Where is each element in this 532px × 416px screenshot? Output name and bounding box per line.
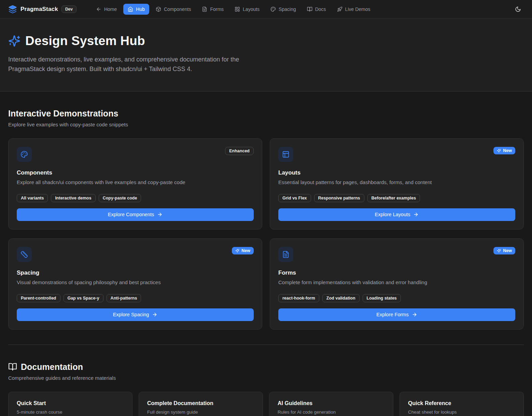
nav-item-spacing[interactable]: Spacing bbox=[266, 4, 300, 15]
nav-item-label: Hub bbox=[136, 6, 145, 12]
box-icon bbox=[156, 6, 161, 12]
brand[interactable]: PragmaStack Dev bbox=[8, 5, 76, 14]
hero-section: Design System Hub Interactive demonstrat… bbox=[0, 19, 532, 92]
tag: Loading states bbox=[363, 294, 401, 302]
explore-components-button[interactable]: Explore Components bbox=[17, 208, 254, 221]
doc-card-ai-guidelines[interactable]: AI Guidelines Rules for AI code generati… bbox=[269, 392, 393, 416]
nav-item-label: Spacing bbox=[279, 6, 296, 12]
nav-item-layouts[interactable]: Layouts bbox=[230, 4, 264, 15]
arrow-right-icon bbox=[413, 212, 419, 217]
tag: Parent-controlled bbox=[17, 294, 60, 302]
badge-label: New bbox=[503, 148, 512, 153]
card-description: Complete form implementations with valid… bbox=[278, 279, 515, 285]
doc-card-subtitle: Rules for AI code generation bbox=[278, 410, 385, 415]
demo-card-grid: Enhanced Components Explore all shadcn/u… bbox=[8, 138, 524, 330]
ruler-icon bbox=[17, 247, 32, 262]
enhanced-badge: Enhanced bbox=[225, 147, 254, 155]
nav-item-label: Forms bbox=[210, 6, 224, 12]
demo-card-layouts[interactable]: New Layouts Essential layout patterns fo… bbox=[270, 138, 524, 230]
tag: Before/after examples bbox=[367, 194, 420, 202]
nav-item-label: Live Demos bbox=[345, 6, 370, 12]
demos-section-subtitle: Explore live examples with copy-paste co… bbox=[8, 122, 524, 127]
doc-card-grid: Quick Start 5-minute crash course Comple… bbox=[8, 392, 524, 416]
nav-item-hub[interactable]: Hub bbox=[123, 4, 149, 15]
nav-items: Home Hub Components Forms Layouts bbox=[92, 4, 375, 15]
doc-card-title: Complete Documentation bbox=[147, 400, 254, 406]
new-badge: New bbox=[493, 247, 515, 254]
card-description: Essential layout patterns for pages, das… bbox=[278, 179, 515, 185]
brand-name: PragmaStack bbox=[20, 6, 58, 13]
docs-heading-label: Documentation bbox=[21, 362, 83, 372]
card-title: Layouts bbox=[278, 169, 515, 176]
nav-item-live-demos[interactable]: Live Demos bbox=[333, 4, 375, 15]
button-label: Explore Forms bbox=[376, 312, 408, 317]
layers-logo-icon bbox=[8, 5, 17, 14]
new-badge: New bbox=[232, 247, 254, 254]
demo-card-components[interactable]: Enhanced Components Explore all shadcn/u… bbox=[8, 138, 262, 230]
docs-section-title: Documentation bbox=[8, 362, 524, 372]
badge-label: New bbox=[503, 248, 512, 253]
sparkles-icon bbox=[497, 149, 501, 153]
tag: Gap vs Space-y bbox=[64, 294, 103, 302]
tag: Interactive demos bbox=[51, 194, 95, 202]
tag: Zod validation bbox=[322, 294, 360, 302]
tag: Copy-paste code bbox=[99, 194, 141, 202]
demo-card-forms[interactable]: New Forms Complete form implementations … bbox=[270, 238, 524, 330]
tag: Responsive patterns bbox=[314, 194, 364, 202]
card-description: Explore all shadcn/ui components with li… bbox=[17, 179, 254, 185]
explore-layouts-button[interactable]: Explore Layouts bbox=[278, 208, 515, 221]
new-badge: New bbox=[493, 147, 515, 154]
sparkles-icon bbox=[8, 35, 20, 47]
explore-spacing-button[interactable]: Explore Spacing bbox=[17, 308, 254, 321]
file-text-icon bbox=[278, 247, 293, 262]
arrow-right-icon bbox=[412, 312, 417, 317]
doc-card-subtitle: Full design system guide bbox=[147, 410, 254, 415]
nav-item-label: Layouts bbox=[243, 6, 260, 12]
tag: Anti-patterns bbox=[107, 294, 141, 302]
page-title: Design System Hub bbox=[25, 34, 145, 48]
file-text-icon bbox=[202, 6, 207, 12]
main-content: Interactive Demonstrations Explore live … bbox=[0, 109, 532, 416]
nav-item-forms[interactable]: Forms bbox=[197, 4, 228, 15]
palette-icon bbox=[270, 6, 276, 12]
top-navigation: PragmaStack Dev Home Hub Components Fo bbox=[0, 0, 532, 19]
section-divider bbox=[8, 345, 524, 345]
doc-card-quick-start[interactable]: Quick Start 5-minute crash course bbox=[8, 392, 132, 416]
house-icon bbox=[128, 6, 133, 12]
nav-item-components[interactable]: Components bbox=[151, 4, 195, 15]
book-open-icon bbox=[8, 362, 17, 371]
rocket-icon bbox=[337, 6, 342, 12]
moon-icon bbox=[515, 6, 521, 12]
badge-label: New bbox=[241, 248, 250, 253]
doc-card-quick-reference[interactable]: Quick Reference Cheat sheet for lookups bbox=[400, 392, 524, 416]
env-badge: Dev bbox=[61, 5, 76, 13]
card-description: Visual demonstrations of spacing philoso… bbox=[17, 279, 254, 285]
book-open-icon bbox=[307, 6, 312, 12]
tag: react-hook-form bbox=[278, 294, 319, 302]
sparkles-icon bbox=[497, 249, 501, 253]
arrow-right-icon bbox=[152, 312, 157, 317]
nav-item-docs[interactable]: Docs bbox=[303, 4, 331, 15]
doc-card-title: Quick Start bbox=[17, 400, 124, 406]
card-title: Forms bbox=[278, 269, 515, 276]
demos-section-title: Interactive Demonstrations bbox=[8, 109, 524, 119]
card-title: Spacing bbox=[17, 269, 254, 276]
tag: All variants bbox=[17, 194, 48, 202]
arrow-left-icon bbox=[96, 6, 101, 12]
theme-toggle-button[interactable] bbox=[512, 3, 524, 15]
nav-item-label: Components bbox=[164, 6, 191, 12]
explore-forms-button[interactable]: Explore Forms bbox=[278, 308, 515, 321]
doc-card-title: Quick Reference bbox=[408, 400, 515, 406]
nav-item-home[interactable]: Home bbox=[92, 4, 121, 15]
sparkles-icon bbox=[235, 249, 239, 253]
palette-icon bbox=[17, 147, 32, 162]
doc-card-complete-documentation[interactable]: Complete Documentation Full design syste… bbox=[139, 392, 263, 416]
button-label: Explore Components bbox=[108, 212, 154, 217]
doc-card-title: AI Guidelines bbox=[278, 400, 385, 406]
button-label: Explore Spacing bbox=[113, 312, 149, 317]
nav-item-label: Home bbox=[104, 6, 117, 12]
doc-card-subtitle: 5-minute crash course bbox=[17, 410, 124, 415]
docs-section-subtitle: Comprehensive guides and reference mater… bbox=[8, 375, 524, 381]
tag: Grid vs Flex bbox=[278, 194, 311, 202]
demo-card-spacing[interactable]: New Spacing Visual demonstrations of spa… bbox=[8, 238, 262, 330]
